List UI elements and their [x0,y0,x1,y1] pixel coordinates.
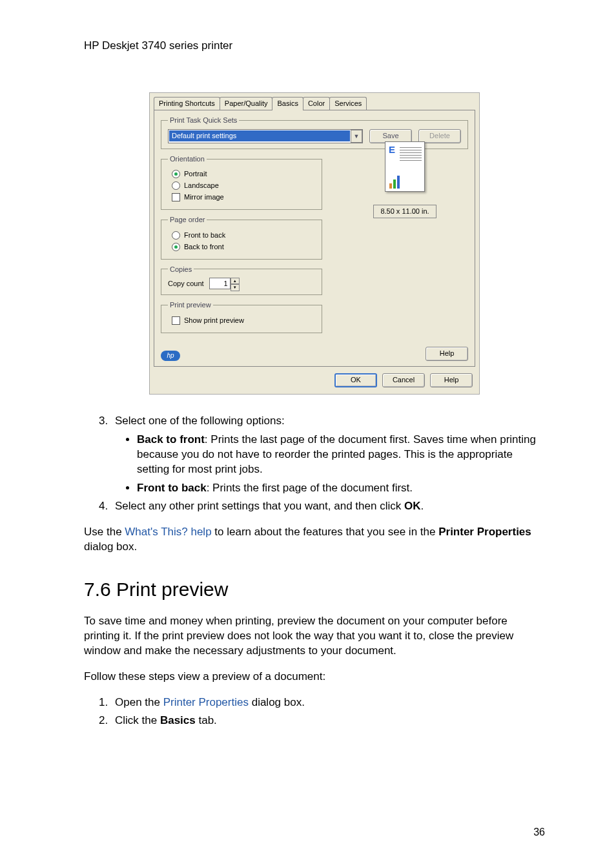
paragraph-steps-intro: Follow these steps view a preview of a d… [84,670,545,684]
printer-properties-dialog: Printing Shortcuts Paper/Quality Basics … [149,92,480,395]
cancel-button[interactable]: Cancel [382,373,425,387]
ok-button[interactable]: OK [334,373,377,387]
radio-back-to-front[interactable]: Back to front [172,242,315,252]
legend-quick-sets: Print Task Quick Sets [168,116,239,125]
radio-landscape[interactable]: Landscape [172,181,315,190]
page-number: 36 [84,825,545,839]
link-printer-properties[interactable]: Printer Properties [163,696,249,708]
help-button[interactable]: Help [426,347,468,361]
chevron-down-icon[interactable]: ▼ [351,130,362,143]
radio-icon [172,170,180,178]
page-preview-icon: E [385,141,425,192]
section-heading-print-preview: 7.6 Print preview [84,577,545,603]
radio-icon [172,181,180,190]
radio-portrait[interactable]: Portrait [172,169,315,179]
checkbox-mirror-image[interactable]: Mirror image [172,192,315,202]
paragraph-use-whats-this: Use the What's This? help to learn about… [84,525,545,555]
tab-printing-shortcuts[interactable]: Printing Shortcuts [154,97,220,110]
tab-paper-quality[interactable]: Paper/Quality [220,97,273,110]
list-item: Select one of the following options: Bac… [111,414,545,496]
checkbox-icon [172,316,180,325]
tab-panel-basics: Print Task Quick Sets Default print sett… [154,110,475,367]
group-copies: Copies Copy count 1 ▲▼ [161,265,322,296]
link-whats-this-help[interactable]: What's This? help [125,526,211,538]
list-item: Click the Basics tab. [111,714,545,728]
quick-sets-dropdown[interactable]: Default print settings ▼ [168,129,363,143]
tab-basics[interactable]: Basics [272,97,303,110]
paragraph-print-preview-intro: To save time and money when printing, pr… [84,614,545,659]
page-preview-panel: E 8.50 x 11.00 in. [347,141,463,218]
radio-icon [172,231,180,240]
tab-color[interactable]: Color [303,97,330,110]
list-item: Select any other print settings that you… [111,499,545,514]
options-bullet-list: Back to front: Prints the last page of t… [115,433,545,496]
spinner-icon[interactable]: ▲▼ [231,278,240,289]
group-orientation: Orientation Portrait Landscape Mirror im… [161,154,322,210]
legend-print-preview: Print preview [168,300,213,310]
ordered-steps-list: Select one of the following options: Bac… [84,414,545,515]
option-back-to-front: Back to front [137,433,205,446]
legend-orientation: Orientation [168,154,207,164]
group-print-preview: Print preview Show print preview [161,300,322,333]
group-page-order: Page order Front to back Back to front [161,215,322,260]
copy-count-value[interactable]: 1 [209,278,231,289]
page-header: HP Deskjet 3740 series printer [84,39,545,54]
radio-front-to-back[interactable]: Front to back [172,231,315,240]
checkbox-icon [172,193,180,201]
list-item: Open the Printer Properties dialog box. [111,695,545,710]
legend-page-order: Page order [168,215,207,225]
list-item: Back to front: Prints the last page of t… [137,433,545,477]
hp-logo-icon: hp [161,351,180,361]
dialog-footer-buttons: OK Cancel Help [150,369,479,394]
radio-icon [172,243,180,251]
tab-strip: Printing Shortcuts Paper/Quality Basics … [150,93,479,110]
copy-count-label: Copy count [168,279,204,289]
copy-count-stepper[interactable]: 1 ▲▼ [209,278,240,289]
paper-size-label: 8.50 x 11.00 in. [373,205,436,218]
checkbox-show-print-preview[interactable]: Show print preview [172,316,315,325]
legend-copies: Copies [168,265,194,274]
list-item: Front to back: Prints the first page of … [137,481,545,496]
option-front-to-back: Front to back [137,482,207,494]
quick-sets-selected: Default print settings [169,130,350,141]
ordered-steps-list-preview: Open the Printer Properties dialog box. … [84,695,545,729]
help-button-outer[interactable]: Help [430,373,473,387]
tab-services[interactable]: Services [329,97,367,110]
document-page: HP Deskjet 3740 series printer Printing … [0,0,616,853]
